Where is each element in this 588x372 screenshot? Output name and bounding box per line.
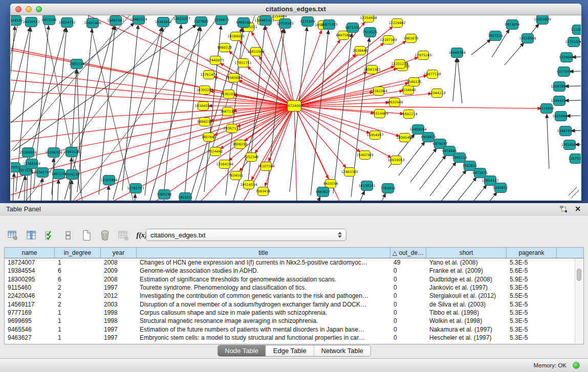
graph-node-label: 8539473 — [214, 18, 229, 22]
table-row[interactable]: 969969511998Structural magnetic resonanc… — [5, 317, 583, 325]
cytoscape-app: citations_edges.txt 18724007122544991154… — [0, 0, 588, 372]
network-window-titlebar[interactable]: citations_edges.txt — [10, 4, 581, 15]
network-view-canvas[interactable]: 1872400712254499115489382226502118184053… — [11, 15, 581, 201]
graph-node-label: 7783416 — [381, 186, 396, 190]
table-toolbar: f(x) — [7, 228, 147, 243]
table-cell: 18300295 — [5, 276, 55, 283]
graph-node-label: 10939053 — [387, 158, 404, 162]
graph-node-label: 6497568 — [336, 33, 351, 37]
graph-node-label: 9886231 — [198, 120, 212, 124]
graph-edge — [430, 162, 456, 196]
graph-edge — [505, 42, 524, 65]
table-body: 1872400712008Changes of HCN gene express… — [5, 258, 583, 342]
table-row[interactable]: 946554611997Estimation of the future num… — [5, 325, 583, 333]
graph-node-label: 9860125 — [217, 46, 232, 50]
close-panel-icon[interactable]: ✕ — [575, 205, 581, 213]
table-cell: Jankovic et al. (1997) — [426, 284, 507, 291]
table-row[interactable]: 1456911722003Disruption of a novel membe… — [5, 300, 583, 308]
table-cell: Dudbridge et al. (2008) — [426, 276, 507, 283]
graph-node-label: 18301032 — [220, 92, 237, 96]
tab-edge-table[interactable]: Edge Table — [266, 345, 314, 356]
table-cell: 0 — [390, 317, 426, 324]
graph-node-label: 24035572 — [23, 20, 39, 24]
column-header-name[interactable]: name — [5, 248, 55, 258]
graph-node-label: 16543382 — [363, 68, 380, 72]
table-cell: 18724007 — [5, 259, 55, 266]
graph-edge — [122, 25, 138, 190]
table-row[interactable]: 1830029562008Estimation of significance … — [5, 275, 583, 283]
graph-edge — [107, 186, 108, 201]
network-graph[interactable]: 1872400712254499115489382226502118184053… — [11, 15, 581, 201]
graph-node-label: 8471676 — [473, 171, 488, 175]
table-selector-dropdown[interactable]: citations_edges.txt — [146, 229, 346, 241]
graph-node-label: 11692214 — [400, 112, 417, 116]
graph-node-label: 9227343 — [557, 70, 572, 74]
graph-node-label: 17016504 — [561, 143, 578, 147]
graph-node-label: 9463627 — [316, 190, 331, 194]
graph-edge — [461, 185, 487, 201]
table-tabs: Node TableEdge TableNetwork Table — [217, 345, 371, 357]
delete-table-icon[interactable] — [99, 230, 111, 241]
table-cell: Structural magnetic resonance image aver… — [137, 317, 390, 324]
graph-edge — [162, 200, 164, 201]
show-columns-icon[interactable] — [26, 230, 37, 241]
new-document-icon[interactable] — [81, 230, 92, 241]
graph-node-label: 1327602 — [194, 19, 209, 24]
table-cell: Disruption of a novel member of a sodium… — [137, 301, 390, 308]
table-cell: Wolkin et al. (1998) — [426, 317, 507, 324]
float-window-icon[interactable] — [560, 206, 568, 215]
table-cell: 9463627 — [5, 334, 55, 341]
graph-node-label: 7857224 — [488, 34, 503, 38]
graph-edge — [88, 15, 134, 201]
scrollbar-thumb[interactable] — [577, 269, 581, 281]
table-cell: 1997 — [101, 284, 137, 291]
node-table: namein_degreeyeartitle△ out_de…shortpage… — [4, 247, 584, 344]
graph-node-label: 6879197 — [433, 142, 448, 146]
table-cell: 14569117 — [5, 301, 55, 308]
table-row[interactable]: 1872400712008Changes of HCN gene express… — [5, 258, 583, 267]
select-all-icon[interactable] — [44, 230, 55, 241]
table-cell: 1 — [55, 309, 101, 316]
tab-node-table[interactable]: Node Table — [217, 345, 266, 356]
graph-node-label: 7593416 — [256, 189, 271, 193]
graph-node-label: 12197349 — [380, 38, 397, 42]
table-row[interactable]: 977716911998Corpus callosum shape and si… — [5, 309, 583, 317]
graph-node-label: 16409594 — [409, 127, 426, 132]
graph-node-label: 18300295 — [196, 88, 213, 92]
table-vertical-scrollbar[interactable] — [575, 258, 583, 343]
graph-node-label: 7252348 — [244, 155, 259, 159]
memory-status-label: Memory: OK — [533, 362, 567, 368]
table-row[interactable]: 911546021997Tourette syndrome. Phenomeno… — [5, 283, 583, 292]
network-window: citations_edges.txt 18724007122544991154… — [10, 4, 581, 201]
graph-node-label: 18095495 — [396, 136, 413, 140]
table-row[interactable]: 946362711997Embryonic stem cells: a mode… — [5, 334, 583, 342]
graph-node-label: 25269506 — [19, 150, 36, 155]
memory-status-indicator — [573, 362, 580, 369]
column-header-outde[interactable]: △ out_de… — [390, 248, 426, 258]
modify-table-icon[interactable] — [7, 230, 18, 241]
table-row[interactable]: 1938455462009Genome-wide association stu… — [5, 267, 583, 275]
table-cell: 1998 — [101, 317, 137, 324]
graph-edge — [11, 36, 294, 106]
table-row[interactable]: 2242004622012Investigating the contribut… — [5, 292, 583, 300]
graph-node-label: 15892971 — [557, 129, 574, 133]
graph-node-label: 16210643 — [552, 114, 569, 118]
column-header-title[interactable]: title — [137, 248, 390, 258]
graph-node-label: 7524462 — [208, 149, 223, 154]
graph-node-label: 18724007 — [286, 104, 302, 108]
column-header-pagerank[interactable]: pagerank — [507, 248, 557, 258]
column-header-year[interactable]: year — [101, 248, 137, 258]
column-header-short[interactable]: short — [426, 248, 507, 258]
table-cell: 1 — [55, 259, 101, 266]
column-header-indegree[interactable]: in_degree — [55, 248, 101, 258]
rows-icon[interactable] — [62, 230, 74, 241]
graph-node-label: 9546325 — [407, 80, 422, 84]
tab-network-table[interactable]: Network Table — [314, 345, 371, 356]
desktop-background: citations_edges.txt 18724007122544991154… — [0, 0, 588, 203]
graph-node-label: 7953251 — [178, 195, 193, 200]
graph-node-label: 11568169 — [23, 162, 40, 166]
table-cell: 2 — [55, 301, 101, 308]
graph-node-label: 9245652 — [493, 186, 508, 190]
graph-edge — [164, 25, 181, 189]
graph-node-label: 12093852 — [551, 84, 568, 89]
